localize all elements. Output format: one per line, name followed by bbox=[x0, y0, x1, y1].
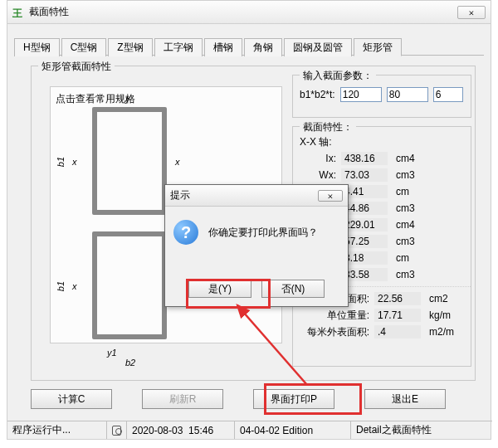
tab-0[interactable]: H型钢 bbox=[14, 38, 60, 56]
tab-6[interactable]: 圆钢及圆管 bbox=[284, 38, 352, 56]
status-datetime: 2020-08-03 15:46 bbox=[127, 421, 235, 439]
question-icon: ? bbox=[173, 220, 198, 245]
diagram-hint: 点击查看常用规格 bbox=[56, 92, 135, 106]
tab-2[interactable]: Z型钢 bbox=[108, 38, 152, 56]
confirm-dialog: 提示 ⨉ ? 你确定要打印此界面吗？ 是(Y) 否(N) bbox=[164, 184, 349, 307]
calc-button[interactable]: 计算C bbox=[31, 389, 112, 409]
status-running: 程序运行中... bbox=[7, 421, 107, 439]
window-title: 截面特性 bbox=[29, 5, 457, 19]
input-b1[interactable] bbox=[340, 87, 382, 102]
app-icon: 王 bbox=[12, 7, 24, 18]
tabs: H型钢C型钢Z型钢工字钢槽钢角钢圆钢及圆管矩形管 bbox=[14, 37, 484, 56]
props-group-title: 截面特性： bbox=[300, 120, 356, 134]
input-group: 输入截面参数： b1*b2*t: bbox=[292, 75, 471, 118]
main-group-title: 矩形管截面特性 bbox=[38, 60, 115, 74]
dialog-message: 你确定要打印此界面吗？ bbox=[208, 226, 318, 240]
dialog-titlebar: 提示 ⨉ bbox=[165, 185, 348, 207]
prop-row: Wx:73.03cm3 bbox=[293, 167, 471, 183]
dialog-close-button[interactable]: ⨉ bbox=[318, 190, 343, 202]
prop-extra-row: 单位重量:17.71kg/m bbox=[293, 307, 471, 324]
exit-button[interactable]: 退出E bbox=[364, 389, 446, 409]
input-b2[interactable] bbox=[387, 87, 428, 102]
close-button[interactable]: ⨉ bbox=[457, 6, 486, 19]
tab-7[interactable]: 矩形管 bbox=[354, 38, 402, 56]
input-group-title: 输入截面参数： bbox=[300, 69, 376, 83]
camera-icon bbox=[107, 421, 127, 439]
print-button[interactable]: 界面打印P bbox=[253, 389, 334, 409]
yes-button[interactable]: 是(Y) bbox=[188, 280, 251, 298]
status-bar: 程序运行中... 2020-08-03 15:46 04-04-02 Editi… bbox=[7, 421, 492, 439]
prop-row: Ix:438.16cm4 bbox=[293, 150, 471, 167]
tab-3[interactable]: 工字钢 bbox=[154, 38, 203, 56]
tab-1[interactable]: C型钢 bbox=[61, 38, 107, 56]
refresh-button: 刷新R bbox=[142, 389, 223, 409]
dialog-title: 提示 bbox=[170, 188, 318, 202]
button-row: 计算C 刷新R 界面打印P 退出E bbox=[31, 389, 446, 409]
input-label: b1*b2*t: bbox=[300, 89, 335, 100]
titlebar: 王 截面特性 ⨉ bbox=[7, 1, 491, 24]
status-edition: 04-04-02 Edition bbox=[235, 421, 351, 439]
no-button[interactable]: 否(N) bbox=[261, 280, 325, 298]
tab-5[interactable]: 角钢 bbox=[244, 38, 282, 56]
input-t[interactable] bbox=[433, 87, 463, 102]
axis-label: X-X 轴: bbox=[300, 135, 332, 149]
status-detail: Detail之截面特性 bbox=[351, 421, 492, 439]
tab-4[interactable]: 槽钢 bbox=[204, 38, 242, 56]
prop-extra-row: 每米外表面积:.4m2/m bbox=[293, 324, 471, 340]
